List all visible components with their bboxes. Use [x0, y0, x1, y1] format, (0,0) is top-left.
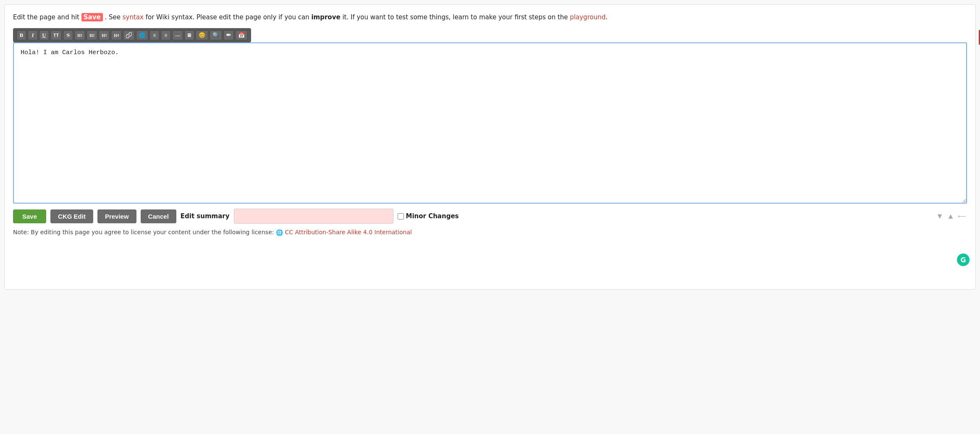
arrow-down[interactable]: ▼	[935, 212, 944, 221]
toolbar-typewriter[interactable]: TT	[50, 30, 62, 40]
arrow-expand[interactable]: ⟵	[957, 213, 967, 220]
toolbar-list-ul[interactable]: ≡	[149, 30, 160, 40]
editor-textarea[interactable]: Hola! I am Carlos Herbozo.	[14, 43, 966, 203]
toolbar-list-ol[interactable]: ≡	[161, 30, 171, 40]
toolbar-h1[interactable]: H1	[74, 30, 85, 40]
editor-toolbar: B I U TT S H1 H2 H3 H4 🌐 ≡ ≡ — ⊞ 😊 🔍 ✏ 📅	[13, 28, 251, 42]
grammarly-badge: G	[957, 254, 970, 266]
intro-part1: Edit the page and hit	[13, 13, 79, 21]
minor-changes-text: Minor Changes	[406, 212, 459, 220]
playground-link[interactable]: playground	[570, 13, 605, 21]
toolbar-table[interactable]: ⊞	[184, 30, 194, 40]
toolbar-h3[interactable]: H3	[99, 30, 110, 40]
syntax-link[interactable]: syntax	[123, 13, 144, 21]
intro-part2: . See	[105, 13, 121, 21]
intro-part3: for Wiki syntax. Please edit the page on…	[146, 13, 309, 21]
intro-part5: .	[605, 13, 608, 21]
intro-part4: it. If you want to test some things, lea…	[342, 13, 568, 21]
toolbar-italic[interactable]: I	[28, 30, 38, 40]
improve-word: improve	[311, 13, 340, 21]
ckg-edit-button[interactable]: CKG Edit	[50, 209, 93, 223]
note-part1: Note: By editing this page you agree to …	[13, 229, 274, 235]
globe-icon: 🌐	[276, 229, 283, 236]
page-wrapper: Edit the page and hit Save . See syntax …	[4, 4, 976, 290]
save-button[interactable]: Save	[13, 209, 46, 223]
cancel-button[interactable]: Cancel	[141, 209, 176, 223]
editor-wrapper: Hola! I am Carlos Herbozo. G	[13, 42, 967, 204]
bottom-bar: Save CKG Edit Preview Cancel Edit summar…	[13, 209, 967, 224]
bottom-arrows: ▼ ▲ ⟵	[935, 212, 967, 221]
intro-text: Edit the page and hit Save . See syntax …	[13, 12, 967, 22]
toolbar-image[interactable]: 🌐	[136, 30, 148, 40]
save-highlight: Save	[81, 13, 103, 21]
toolbar-highlight[interactable]: ✏	[223, 30, 234, 40]
toolbar-underline[interactable]: U	[39, 30, 49, 40]
license-link[interactable]: CC Attribution-Share Alike 4.0 Internati…	[285, 229, 412, 235]
edit-summary-label: Edit summary	[181, 212, 230, 220]
preview-button[interactable]: Preview	[97, 209, 136, 223]
edit-summary-input[interactable]	[234, 209, 393, 224]
toolbar-link[interactable]	[123, 30, 135, 40]
toolbar-strikethrough[interactable]: S	[63, 30, 73, 40]
toolbar-signature[interactable]: 📅	[235, 30, 248, 40]
arrow-up[interactable]: ▲	[946, 212, 955, 221]
toolbar-h2[interactable]: H2	[86, 30, 97, 40]
toolbar-rule[interactable]: —	[172, 30, 183, 40]
toolbar-smiley[interactable]: 😊	[196, 30, 208, 40]
toolbar-search[interactable]: 🔍	[210, 30, 222, 40]
minor-changes-checkbox[interactable]	[398, 213, 404, 220]
minor-changes-label[interactable]: Minor Changes	[398, 212, 459, 220]
toolbar-bold[interactable]: B	[16, 30, 26, 40]
note-text: Note: By editing this page you agree to …	[13, 229, 967, 236]
toolbar-h4[interactable]: H4	[111, 30, 122, 40]
